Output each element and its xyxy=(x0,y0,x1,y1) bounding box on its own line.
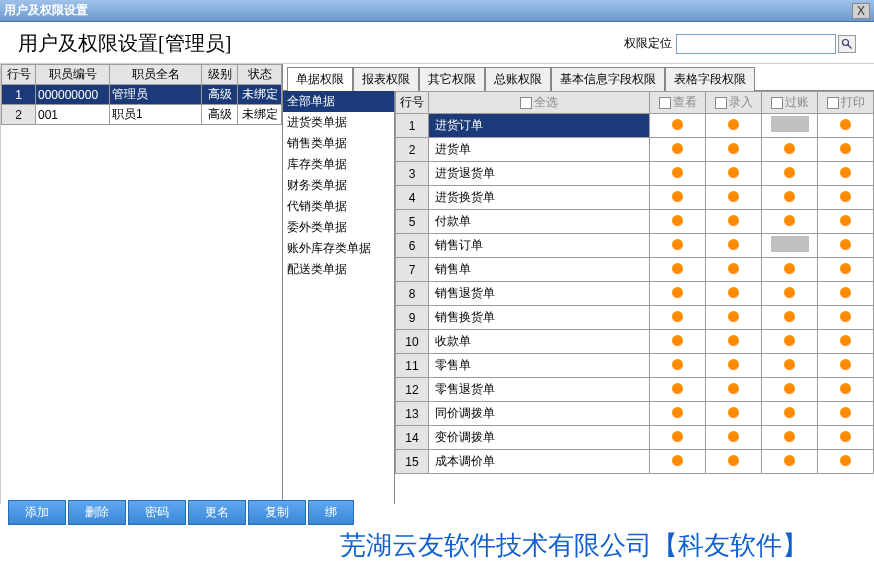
dot-icon[interactable] xyxy=(840,119,851,130)
category-item[interactable]: 代销类单据 xyxy=(283,196,394,217)
dot-icon[interactable] xyxy=(672,263,683,274)
close-icon[interactable]: X xyxy=(852,3,870,19)
category-item[interactable]: 委外类单据 xyxy=(283,217,394,238)
dot-icon[interactable] xyxy=(784,215,795,226)
table-row[interactable]: 13同价调拨单 xyxy=(396,402,874,426)
table-row[interactable]: 2进货单 xyxy=(396,138,874,162)
dot-icon[interactable] xyxy=(728,359,739,370)
button-删除[interactable]: 删除 xyxy=(68,500,126,525)
category-item[interactable]: 进货类单据 xyxy=(283,112,394,133)
dot-icon[interactable] xyxy=(672,335,683,346)
table-row[interactable]: 12零售退货单 xyxy=(396,378,874,402)
table-row[interactable]: 5付款单 xyxy=(396,210,874,234)
pcol-post[interactable]: 过账 xyxy=(762,92,818,114)
dot-icon[interactable] xyxy=(728,455,739,466)
table-row[interactable]: 4进货换货单 xyxy=(396,186,874,210)
table-row[interactable]: 8销售退货单 xyxy=(396,282,874,306)
dot-icon[interactable] xyxy=(672,239,683,250)
table-row[interactable]: 3进货退货单 xyxy=(396,162,874,186)
dot-icon[interactable] xyxy=(784,359,795,370)
tab-3[interactable]: 总账权限 xyxy=(485,67,551,91)
dot-icon[interactable] xyxy=(840,167,851,178)
tab-1[interactable]: 报表权限 xyxy=(353,67,419,91)
dot-icon[interactable] xyxy=(784,311,795,322)
dot-icon[interactable] xyxy=(672,407,683,418)
category-item[interactable]: 财务类单据 xyxy=(283,175,394,196)
dot-icon[interactable] xyxy=(840,431,851,442)
dot-icon[interactable] xyxy=(672,167,683,178)
dot-icon[interactable] xyxy=(784,431,795,442)
dot-icon[interactable] xyxy=(840,215,851,226)
table-row[interactable]: 10收款单 xyxy=(396,330,874,354)
button-更名[interactable]: 更名 xyxy=(188,500,246,525)
category-item[interactable]: 配送类单据 xyxy=(283,259,394,280)
table-row[interactable]: 7销售单 xyxy=(396,258,874,282)
category-item[interactable]: 库存类单据 xyxy=(283,154,394,175)
dot-icon[interactable] xyxy=(840,191,851,202)
dot-icon[interactable] xyxy=(728,407,739,418)
employee-table[interactable]: 行号 职员编号 职员全名 级别 状态 1000000000管理员高级未绑定200… xyxy=(1,64,282,125)
dot-icon[interactable] xyxy=(728,287,739,298)
table-row[interactable]: 11零售单 xyxy=(396,354,874,378)
table-row[interactable]: 9销售换货单 xyxy=(396,306,874,330)
tab-5[interactable]: 表格字段权限 xyxy=(665,67,755,91)
dot-icon[interactable] xyxy=(840,407,851,418)
category-item[interactable]: 销售类单据 xyxy=(283,133,394,154)
dot-icon[interactable] xyxy=(784,143,795,154)
pcol-all[interactable]: 全选 xyxy=(429,92,650,114)
table-row[interactable]: 1000000000管理员高级未绑定 xyxy=(2,85,282,105)
dot-icon[interactable] xyxy=(672,287,683,298)
dot-icon[interactable] xyxy=(728,143,739,154)
dot-icon[interactable] xyxy=(840,455,851,466)
dot-icon[interactable] xyxy=(672,383,683,394)
tab-4[interactable]: 基本信息字段权限 xyxy=(551,67,665,91)
dot-icon[interactable] xyxy=(784,455,795,466)
dot-icon[interactable] xyxy=(672,311,683,322)
table-row[interactable]: 2001职员1高级未绑定 xyxy=(2,105,282,125)
dot-icon[interactable] xyxy=(784,287,795,298)
table-row[interactable]: 15成本调价单 xyxy=(396,450,874,474)
dot-icon[interactable] xyxy=(672,119,683,130)
dot-icon[interactable] xyxy=(784,407,795,418)
dot-icon[interactable] xyxy=(672,191,683,202)
permission-table[interactable]: 行号 全选 查看 录入 过账 打印 1进货订单2进货单3进货退货单4进货换货单5… xyxy=(395,91,874,474)
pcol-print[interactable]: 打印 xyxy=(818,92,874,114)
dot-icon[interactable] xyxy=(728,335,739,346)
dot-icon[interactable] xyxy=(728,167,739,178)
dot-icon[interactable] xyxy=(840,263,851,274)
dot-icon[interactable] xyxy=(840,287,851,298)
category-item[interactable]: 账外库存类单据 xyxy=(283,238,394,259)
dot-icon[interactable] xyxy=(784,191,795,202)
tab-2[interactable]: 其它权限 xyxy=(419,67,485,91)
button-密码[interactable]: 密码 xyxy=(128,500,186,525)
table-row[interactable]: 1进货订单 xyxy=(396,114,874,138)
button-复制[interactable]: 复制 xyxy=(248,500,306,525)
dot-icon[interactable] xyxy=(840,239,851,250)
pcol-entry[interactable]: 录入 xyxy=(706,92,762,114)
dot-icon[interactable] xyxy=(728,215,739,226)
dot-icon[interactable] xyxy=(784,263,795,274)
button-绑[interactable]: 绑 xyxy=(308,500,354,525)
dot-icon[interactable] xyxy=(784,167,795,178)
dot-icon[interactable] xyxy=(672,215,683,226)
dot-icon[interactable] xyxy=(728,191,739,202)
category-item[interactable]: 全部单据 xyxy=(283,91,394,112)
dot-icon[interactable] xyxy=(672,143,683,154)
dot-icon[interactable] xyxy=(672,431,683,442)
dot-icon[interactable] xyxy=(840,359,851,370)
dot-icon[interactable] xyxy=(728,239,739,250)
dot-icon[interactable] xyxy=(672,455,683,466)
dot-icon[interactable] xyxy=(728,383,739,394)
dot-icon[interactable] xyxy=(728,311,739,322)
dot-icon[interactable] xyxy=(728,119,739,130)
dot-icon[interactable] xyxy=(840,311,851,322)
pcol-view[interactable]: 查看 xyxy=(650,92,706,114)
dot-icon[interactable] xyxy=(728,263,739,274)
table-row[interactable]: 6销售订单 xyxy=(396,234,874,258)
search-input[interactable] xyxy=(676,34,836,54)
search-icon[interactable] xyxy=(838,35,856,53)
dot-icon[interactable] xyxy=(840,335,851,346)
dot-icon[interactable] xyxy=(840,143,851,154)
tab-0[interactable]: 单据权限 xyxy=(287,67,353,91)
dot-icon[interactable] xyxy=(784,383,795,394)
